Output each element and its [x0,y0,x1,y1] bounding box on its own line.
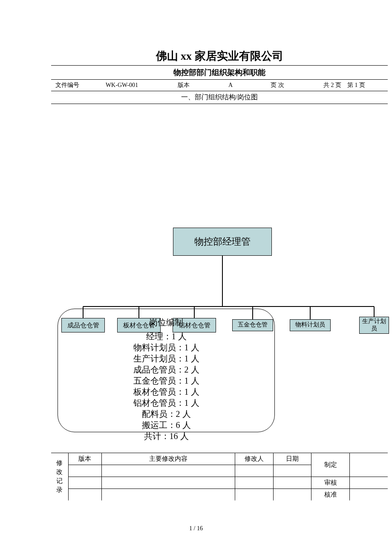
staffing-line-0: 经理：1 人 [71,331,262,342]
revision-label: 修改记录 [51,459,68,494]
page-number: 1 / 16 [0,525,392,532]
staffing-line-5: 板材仓管员：1 人 [71,386,262,397]
staffing-line-3: 成品仓管员：2 人 [71,364,262,375]
staffing-line-4: 五金仓管员：1 人 [71,375,262,386]
rev-r2-version [68,477,101,489]
staffing-line-8: 搬运工：6 人 [71,419,262,431]
col-approve2: 审核 [311,477,350,489]
staffing-box: 岗位编制 经理：1 人 物料计划员：1 人 生产计划员：1 人 成品仓管员：2 … [58,309,275,432]
staffing-line-2: 生产计划员：1 人 [71,353,262,364]
doc-no-label: 文件编号 [51,80,84,91]
staffing-line-1: 物料计划员：1 人 [71,342,262,353]
col-approve2-val [349,477,388,489]
doc-no-value: WK-GW-001 [84,80,160,91]
company-title: 佛山 xx 家居实业有限公司 [51,47,388,66]
rev-r2-date [273,477,311,489]
col-approve1: 制定 [311,453,350,477]
rev-r1-date [273,465,311,477]
rev-r2-modifier [235,477,274,489]
staffing-line-6: 铝材仓管员：1 人 [71,397,262,408]
staffing-line-7: 配料员：2 人 [71,408,262,419]
rev-r2-content [102,477,235,489]
col-modifier: 修改人 [235,453,274,465]
doc-subtitle: 物控部部门组织架构和职能 [51,66,388,80]
page-info: 共 2 页 第 1 页 [301,80,388,91]
col-approve3: 核准 [311,489,350,500]
document-page: 佛山 xx 家居实业有限公司 物控部部门组织架构和职能 文件编号 WK-GW-0… [51,47,388,500]
rev-r3-date [273,489,311,500]
meta-row: 文件编号 WK-GW-001 版本 A 页 次 共 2 页 第 1 页 [51,80,388,91]
org-child-6: 生产计划员 [359,317,389,334]
body-area: 物控部经理管 成品仓仓管 板材仓仓管 铝材仓仓管 五金仓仓管 物料计划员 生产计… [51,104,388,445]
col-approve1-val [349,453,388,477]
col-content: 主要修改内容 [102,453,235,465]
staffing-title: 岗位编制 [71,317,262,328]
rev-r3-content [102,489,235,500]
rev-r1-modifier [235,465,274,477]
section-title: 一、部门组织结构/岗位图 [51,91,388,104]
version-value: A [207,80,254,91]
rev-r3-modifier [235,489,274,500]
header-table: 佛山 xx 家居实业有限公司 物控部部门组织架构和职能 文件编号 WK-GW-0… [51,47,388,445]
rev-r3-version [68,489,101,500]
staffing-line-9: 共计：16 人 [71,431,262,442]
version-label: 版本 [160,80,207,91]
rev-r1-version [68,465,101,477]
revision-table: 修改记录 版本 主要修改内容 修改人 日期 制定 审核 [51,453,388,501]
page-label: 页 次 [254,80,301,91]
col-date: 日期 [273,453,311,465]
col-approve3-val [349,489,388,500]
org-child-5: 物料计划员 [290,319,331,331]
rev-r1-content [102,465,235,477]
col-version: 版本 [68,453,101,465]
org-root: 物控部经理管 [173,228,272,256]
